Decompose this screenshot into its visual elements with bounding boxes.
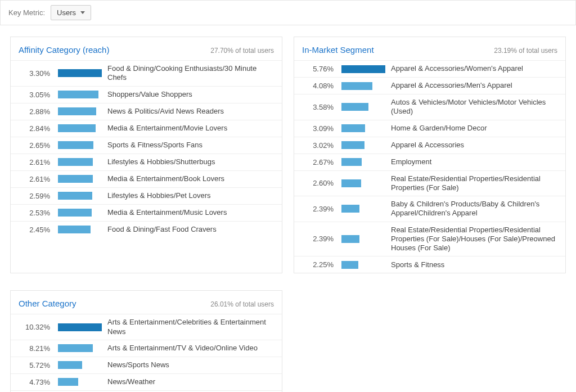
row-percent: 2.88% bbox=[13, 107, 58, 116]
bar-icon bbox=[58, 192, 92, 200]
row-label: News/Weather bbox=[105, 377, 276, 386]
bar-icon bbox=[58, 158, 93, 166]
row-bar-cell bbox=[341, 261, 389, 269]
row-label: Employment bbox=[389, 157, 560, 166]
row-percent: 2.25% bbox=[296, 260, 341, 269]
bar-icon bbox=[341, 158, 362, 166]
row-percent: 2.60% bbox=[296, 179, 341, 187]
row-label: Media & Entertainment/Book Lovers bbox=[105, 174, 276, 183]
row-bar-cell bbox=[58, 107, 105, 115]
row-bar-cell bbox=[58, 344, 105, 352]
table-row[interactable]: 2.88%News & Politics/Avid News Readers bbox=[11, 103, 282, 120]
row-bar-cell bbox=[341, 158, 389, 166]
table-row[interactable]: 2.61%Lifestyles & Hobbies/Shutterbugs bbox=[11, 154, 282, 170]
row-bar-cell bbox=[58, 158, 105, 166]
table-row[interactable]: 5.76%Apparel & Accessories/Women's Appar… bbox=[294, 60, 565, 77]
row-percent: 2.61% bbox=[13, 158, 58, 166]
row-percent: 2.65% bbox=[13, 141, 58, 150]
row-label: Baby & Children's Products/Baby & Childr… bbox=[389, 200, 560, 218]
table-row[interactable]: 2.45%Food & Dining/Fast Food Cravers bbox=[11, 221, 282, 238]
row-percent: 2.39% bbox=[296, 235, 341, 243]
table-row[interactable]: 3.02%Apparel & Accessories bbox=[294, 137, 565, 154]
bar-icon bbox=[58, 107, 96, 115]
bar-icon bbox=[58, 361, 82, 369]
bar-icon bbox=[341, 124, 365, 132]
caret-down-icon bbox=[80, 11, 85, 14]
bar-icon bbox=[341, 141, 364, 149]
table-row[interactable]: 2.67%Employment bbox=[294, 154, 565, 170]
table-row[interactable]: 2.53%Media & Entertainment/Music Lovers bbox=[11, 204, 282, 221]
row-percent: 4.08% bbox=[296, 82, 341, 90]
table-row[interactable]: 3.09%Home & Garden/Home Decor bbox=[294, 120, 565, 137]
row-bar-cell bbox=[58, 91, 105, 98]
other-rows: 10.32%Arts & Entertainment/Celebrities &… bbox=[11, 314, 282, 392]
row-label: News/Sports News bbox=[105, 361, 276, 370]
row-label: Sports & Fitness bbox=[389, 260, 560, 269]
bar-icon bbox=[341, 261, 358, 269]
bar-icon bbox=[58, 226, 91, 233]
topbar: Key Metric: Users bbox=[0, 0, 576, 25]
table-row[interactable]: 3.05%Shoppers/Value Shoppers bbox=[11, 86, 282, 103]
row-percent: 3.05% bbox=[13, 91, 58, 99]
row-label: Apparel & Accessories bbox=[389, 141, 560, 150]
panel-title[interactable]: Other Category bbox=[19, 299, 76, 308]
panel-header: Other Category 26.01% of total users bbox=[11, 291, 282, 314]
bar-icon bbox=[58, 124, 96, 132]
row-label: Real Estate/Residential Properties/Resid… bbox=[389, 174, 560, 193]
row-label: Sports & Fitness/Sports Fans bbox=[105, 141, 276, 150]
row-percent: 4.73% bbox=[13, 378, 58, 386]
table-row[interactable]: 4.08%Apparel & Accessories/Men's Apparel bbox=[294, 77, 565, 94]
table-row[interactable]: 8.21%Arts & Entertainment/TV & Video/Onl… bbox=[11, 340, 282, 357]
row-percent: 8.21% bbox=[13, 344, 58, 353]
row-label: Media & Entertainment/Movie Lovers bbox=[105, 124, 276, 133]
table-row[interactable]: 5.72%News/Sports News bbox=[11, 357, 282, 373]
panel-title[interactable]: Affinity Category (reach) bbox=[19, 45, 109, 55]
row-label: Food & Dining/Fast Food Cravers bbox=[105, 225, 276, 234]
row-bar-cell bbox=[341, 65, 389, 73]
row-bar-cell bbox=[58, 209, 105, 217]
table-row[interactable]: 10.32%Arts & Entertainment/Celebrities &… bbox=[11, 314, 282, 340]
key-metric-dropdown[interactable]: Users bbox=[51, 5, 91, 20]
table-row[interactable]: 3.30%Food & Dining/Cooking Enthusiasts/3… bbox=[11, 60, 282, 86]
row-label: Lifestyles & Hobbies/Shutterbugs bbox=[105, 157, 276, 166]
row-bar-cell bbox=[58, 69, 105, 77]
table-row[interactable]: 2.39%Baby & Children's Products/Baby & C… bbox=[294, 196, 565, 222]
table-row[interactable]: 2.65%Sports & Fitness/Sports Fans bbox=[11, 137, 282, 154]
panel-title[interactable]: In-Market Segment bbox=[302, 45, 374, 55]
table-row[interactable]: 2.59%Lifestyles & Hobbies/Pet Lovers bbox=[11, 187, 282, 204]
row-bar-cell bbox=[58, 226, 105, 233]
bar-icon bbox=[58, 209, 92, 217]
row-percent: 2.59% bbox=[13, 192, 58, 200]
row-label: Media & Entertainment/Music Lovers bbox=[105, 208, 276, 217]
row-bar-cell bbox=[58, 192, 105, 200]
row-label: Home & Garden/Home Decor bbox=[389, 124, 560, 133]
table-row[interactable]: 4.73%News/Weather bbox=[11, 373, 282, 390]
panel-header: Affinity Category (reach) 27.70% of tota… bbox=[11, 37, 282, 60]
row-bar-cell bbox=[341, 235, 389, 243]
bar-icon bbox=[341, 82, 372, 90]
inmarket-rows: 5.76%Apparel & Accessories/Women's Appar… bbox=[294, 60, 565, 273]
row-bar-cell bbox=[58, 378, 105, 386]
panels-grid: Affinity Category (reach) 27.70% of tota… bbox=[0, 25, 576, 392]
bar-icon bbox=[341, 179, 361, 187]
row-label: Apparel & Accessories/Men's Apparel bbox=[389, 81, 560, 90]
table-row[interactable]: 2.61%Media & Entertainment/Book Lovers bbox=[11, 170, 282, 187]
row-bar-cell bbox=[341, 141, 389, 149]
row-percent: 2.39% bbox=[296, 205, 341, 213]
row-percent: 3.02% bbox=[296, 141, 341, 150]
bar-icon bbox=[341, 205, 359, 213]
row-label: Shoppers/Value Shoppers bbox=[105, 90, 276, 99]
table-row[interactable]: 2.60%Real Estate/Residential Properties/… bbox=[294, 170, 565, 196]
bar-icon bbox=[58, 175, 93, 183]
row-label: Food & Dining/Cooking Enthusiasts/30 Min… bbox=[105, 64, 276, 83]
row-percent: 3.58% bbox=[296, 103, 341, 111]
table-row[interactable]: 2.84%Media & Entertainment/Movie Lovers bbox=[11, 120, 282, 137]
table-row[interactable]: 2.39%Real Estate/Residential Properties/… bbox=[294, 222, 565, 256]
panel-header: In-Market Segment 23.19% of total users bbox=[294, 37, 565, 60]
key-metric-label: Key Metric: bbox=[8, 8, 45, 17]
table-row[interactable]: 2.25%Sports & Fitness bbox=[294, 256, 565, 273]
affinity-panel: Affinity Category (reach) 27.70% of tota… bbox=[10, 37, 282, 273]
table-row[interactable]: 3.58%Autos & Vehicles/Motor Vehicles/Mot… bbox=[294, 94, 565, 120]
affinity-rows: 3.30%Food & Dining/Cooking Enthusiasts/3… bbox=[11, 60, 282, 238]
row-bar-cell bbox=[58, 323, 105, 331]
